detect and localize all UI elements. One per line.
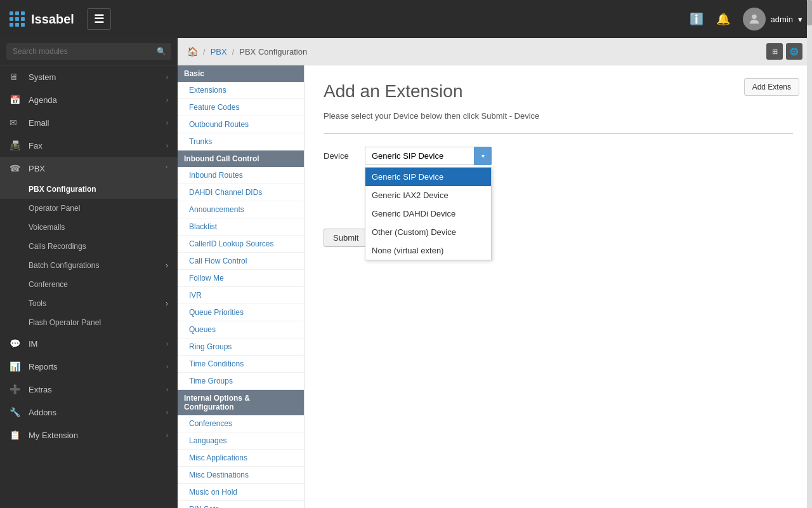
scrollbar-track[interactable] <box>807 0 812 508</box>
system-icon: 🖥 <box>10 72 22 82</box>
sidebar-item-label: Extras <box>29 385 52 394</box>
device-form-row: Device Generic SIP Device Generic IAX2 D… <box>324 147 793 165</box>
sidebar-item-extras[interactable]: ➕ Extras › <box>0 378 178 401</box>
sidebar-subitem-flash-operator-panel[interactable]: Flash Operator Panel <box>0 313 178 332</box>
avatar <box>743 8 766 30</box>
panel-link-conferences[interactable]: Conferences <box>178 415 304 432</box>
panel-link-blacklist[interactable]: Blacklist <box>178 218 304 236</box>
addons-icon: 🔧 <box>10 407 22 417</box>
submit-button[interactable]: Submit <box>324 229 368 247</box>
sidebar-item-label: My Extension <box>29 431 78 440</box>
extras-icon: ➕ <box>10 384 22 394</box>
dropdown-option-generic-iax2[interactable]: Generic IAX2 Device <box>365 186 491 204</box>
sidebar-subitem-operator-panel[interactable]: Operator Panel <box>0 199 178 218</box>
left-panel: Basic Extensions Feature Codes Outbound … <box>178 65 304 508</box>
chevron-right-icon: › <box>166 409 168 416</box>
panel-link-languages[interactable]: Languages <box>178 432 304 450</box>
chevron-right-icon: › <box>166 74 168 81</box>
sidebar-item-label: IM <box>29 339 37 349</box>
sidebar-subitem-batch-configurations[interactable]: Batch Configurations › <box>0 256 178 275</box>
sidebar-item-fax[interactable]: 📠 Fax › <box>0 134 178 157</box>
sidebar-item-agenda[interactable]: 📅 Agenda › <box>0 88 178 111</box>
scrollbar-thumb[interactable] <box>807 0 812 25</box>
sidebar-item-email[interactable]: ✉ Email › <box>0 111 178 134</box>
panel-link-follow-me[interactable]: Follow Me <box>178 270 304 287</box>
breadcrumb-grid-icon[interactable]: ⊞ <box>766 43 783 60</box>
breadcrumb: 🏠 / PBX / PBX Configuration ⊞ 🌐 <box>178 38 812 65</box>
bell-icon[interactable]: 🔔 <box>716 12 730 26</box>
sidebar-item-my-extension[interactable]: 📋 My Extension › <box>0 424 178 446</box>
home-icon[interactable]: 🏠 <box>187 46 198 57</box>
chevron-right-icon: › <box>166 299 168 308</box>
sidebar-item-reports[interactable]: 📊 Reports › <box>0 355 178 378</box>
svg-point-0 <box>752 15 756 19</box>
chevron-down-icon: ˅ <box>165 165 168 172</box>
pbx-icon: ☎ <box>10 163 22 173</box>
chevron-right-icon: › <box>166 386 168 393</box>
im-icon: 💬 <box>10 338 22 349</box>
fax-icon: 📠 <box>10 140 22 150</box>
hamburger-button[interactable]: ☰ <box>87 8 111 30</box>
panel-link-music-on-hold[interactable]: Music on Hold <box>178 484 304 501</box>
username: admin <box>771 15 793 24</box>
info-icon[interactable]: ℹ️ <box>690 12 704 26</box>
search-wrap: 🔍 <box>6 43 171 60</box>
panel-link-ring-groups[interactable]: Ring Groups <box>178 338 304 356</box>
sidebar-subitem-voicemails[interactable]: Voicemails <box>0 218 178 237</box>
panel-link-queues[interactable]: Queues <box>178 321 304 338</box>
sidebar-subitem-pbx-configuration[interactable]: PBX Configuration <box>0 180 178 199</box>
reports-icon: 📊 <box>10 361 22 371</box>
panel-link-dahdi-channel-dids[interactable]: DAHDI Channel DIDs <box>178 184 304 201</box>
page-description: Please select your Device below then cli… <box>324 111 793 121</box>
panel-link-queue-priorities[interactable]: Queue Priorities <box>178 304 304 321</box>
dropdown-option-generic-sip[interactable]: Generic SIP Device <box>365 168 491 186</box>
sidebar-item-im[interactable]: 💬 IM › <box>0 332 178 355</box>
breadcrumb-pbx-link[interactable]: PBX <box>211 47 227 57</box>
device-label: Device <box>324 151 355 161</box>
chevron-right-icon: › <box>166 261 168 270</box>
sidebar-item-label: Email <box>29 118 49 128</box>
sidebar-item-label: Agenda <box>29 95 57 105</box>
breadcrumb-current: PBX Configuration <box>239 47 307 57</box>
panel-link-outbound-routes[interactable]: Outbound Routes <box>178 116 304 133</box>
panel-link-ivr[interactable]: IVR <box>178 287 304 304</box>
chevron-right-icon: › <box>166 119 168 126</box>
dropdown-option-other-custom[interactable]: Other (Custom) Device <box>365 223 491 241</box>
device-select[interactable]: Generic SIP Device Generic IAX2 Device G… <box>365 147 492 165</box>
panel-link-misc-applications[interactable]: Misc Applications <box>178 450 304 467</box>
sidebar-item-system[interactable]: 🖥 System › <box>0 65 178 88</box>
panel-link-pin-sets[interactable]: PIN Sets <box>178 501 304 508</box>
search-input[interactable] <box>6 43 171 60</box>
logo-dots <box>10 11 25 27</box>
panel-link-callerid-lookup[interactable]: CallerID Lookup Sources <box>178 236 304 253</box>
panel-link-trunks[interactable]: Trunks <box>178 133 304 150</box>
sidebar-item-pbx[interactable]: ☎ PBX ˅ <box>0 157 178 180</box>
search-container: 🔍 <box>0 38 178 65</box>
device-select-wrapper: Generic SIP Device Generic IAX2 Device G… <box>365 147 492 165</box>
sidebar-item-label: System <box>29 72 56 82</box>
panel-link-inbound-routes[interactable]: Inbound Routes <box>178 167 304 184</box>
panel-link-announcements[interactable]: Announcements <box>178 201 304 218</box>
chevron-right-icon: › <box>166 97 168 104</box>
topbar: Issabel ☰ ℹ️ 🔔 admin ▾ <box>0 0 812 38</box>
sidebar-item-label: Reports <box>29 362 58 371</box>
panel-link-misc-destinations[interactable]: Misc Destinations <box>178 467 304 484</box>
topbar-right: ℹ️ 🔔 admin ▾ <box>690 8 802 30</box>
search-icon: 🔍 <box>157 47 166 56</box>
dropdown-option-none-virtual[interactable]: None (virtual exten) <box>365 241 491 260</box>
sidebar-subitem-tools[interactable]: Tools › <box>0 294 178 313</box>
layout: 🔍 🖥 System › 📅 Agenda › ✉ Email › 📠 Fax … <box>0 38 812 508</box>
panel-link-feature-codes[interactable]: Feature Codes <box>178 99 304 116</box>
user-menu[interactable]: admin ▾ <box>743 8 802 30</box>
panel-link-extensions[interactable]: Extensions <box>178 82 304 99</box>
panel-link-time-conditions[interactable]: Time Conditions <box>178 356 304 373</box>
breadcrumb-globe-icon[interactable]: 🌐 <box>786 43 802 60</box>
sidebar-subitem-conference[interactable]: Conference <box>0 275 178 294</box>
sidebar-item-addons[interactable]: 🔧 Addons › <box>0 401 178 424</box>
panel-link-call-flow-control[interactable]: Call Flow Control <box>178 253 304 270</box>
panel-link-time-groups[interactable]: Time Groups <box>178 373 304 390</box>
sidebar-subitem-calls-recordings[interactable]: Calls Recordings <box>0 237 178 256</box>
logo-text: Issabel <box>31 12 74 27</box>
add-extension-button[interactable]: Add Extens <box>744 78 799 96</box>
dropdown-option-generic-dahdi[interactable]: Generic DAHDi Device <box>365 204 491 223</box>
